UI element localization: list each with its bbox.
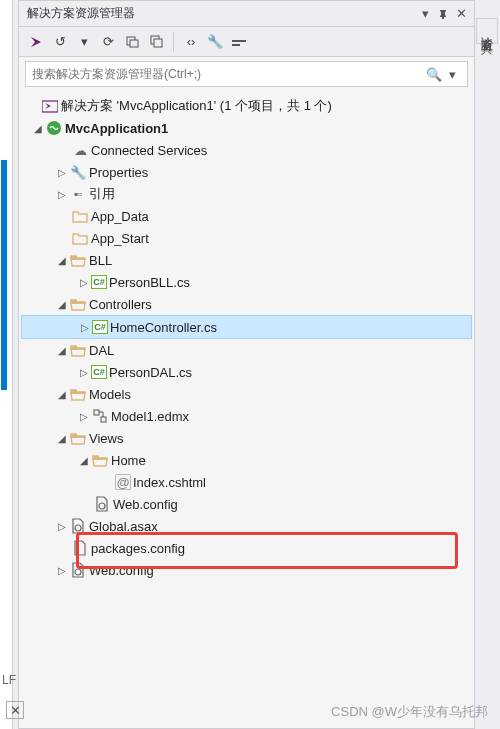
toolbar-separator bbox=[173, 32, 174, 52]
node-label: Controllers bbox=[89, 297, 152, 312]
controllers-folder-node[interactable]: ◢ Controllers bbox=[21, 293, 472, 315]
packages-config-node[interactable]: packages.config bbox=[21, 537, 472, 559]
node-label: DAL bbox=[89, 343, 114, 358]
svg-point-11 bbox=[75, 525, 81, 531]
home-controller-node[interactable]: ▷ C# HomeController.cs bbox=[21, 315, 472, 339]
node-label: BLL bbox=[89, 253, 112, 268]
csharp-icon: C# bbox=[91, 275, 107, 289]
svg-rect-3 bbox=[154, 39, 162, 47]
expander-icon[interactable]: ▷ bbox=[77, 367, 91, 378]
expander-icon[interactable]: ◢ bbox=[55, 345, 69, 356]
code-icon[interactable]: ‹› bbox=[180, 31, 202, 53]
expander-icon[interactable]: ▷ bbox=[55, 521, 69, 532]
folder-open-icon bbox=[69, 251, 87, 269]
connected-services-node[interactable]: ☁ Connected Services bbox=[21, 139, 472, 161]
folder-open-icon bbox=[69, 341, 87, 359]
expander-icon[interactable]: ▷ bbox=[77, 411, 91, 422]
search-icon[interactable]: 🔍 bbox=[425, 67, 443, 82]
cloud-icon: ☁ bbox=[71, 141, 89, 159]
references-node[interactable]: ▷ ▪▫ 引用 bbox=[21, 183, 472, 205]
expander-icon[interactable]: ◢ bbox=[55, 299, 69, 310]
properties-node[interactable]: ▷ 🔧 Properties bbox=[21, 161, 472, 183]
bottom-close-button[interactable]: ✕ bbox=[6, 701, 24, 719]
folder-open-icon bbox=[91, 451, 109, 469]
project-node[interactable]: ◢ MvcApplication1 bbox=[21, 117, 472, 139]
svg-rect-5 bbox=[232, 44, 240, 46]
person-bll-node[interactable]: ▷ C# PersonBLL.cs bbox=[21, 271, 472, 293]
search-input[interactable] bbox=[32, 67, 425, 81]
dropdown-icon[interactable]: ▾ bbox=[73, 31, 95, 53]
folder-icon bbox=[71, 229, 89, 247]
history-icon[interactable]: ↺ bbox=[49, 31, 71, 53]
collapse-icon[interactable] bbox=[145, 31, 167, 53]
node-label: Web.config bbox=[113, 497, 178, 512]
csharp-icon: C# bbox=[92, 320, 108, 334]
node-label: PersonBLL.cs bbox=[109, 275, 190, 290]
close-icon[interactable]: ✕ bbox=[452, 5, 470, 23]
wrench-icon: 🔧 bbox=[69, 163, 87, 181]
expander-icon[interactable]: ▷ bbox=[77, 277, 91, 288]
diagnostics-tab[interactable]: 诊断工具 bbox=[476, 18, 498, 44]
line-ending-label: LF bbox=[0, 671, 18, 689]
svg-rect-9 bbox=[101, 417, 106, 422]
expander-icon[interactable]: ◢ bbox=[31, 123, 45, 134]
expander-icon[interactable]: ▷ bbox=[55, 565, 69, 576]
model1-edmx-node[interactable]: ▷ Model1.edmx bbox=[21, 405, 472, 427]
node-label: 引用 bbox=[89, 185, 115, 203]
search-box[interactable]: 🔍 ▾ bbox=[25, 61, 468, 87]
folder-open-icon bbox=[69, 385, 87, 403]
preview-icon[interactable] bbox=[228, 31, 250, 53]
solution-icon bbox=[41, 97, 59, 115]
search-dropdown-icon[interactable]: ▾ bbox=[443, 67, 461, 82]
sync-icon[interactable]: ⟳ bbox=[97, 31, 119, 53]
views-folder-node[interactable]: ◢ Views bbox=[21, 427, 472, 449]
node-label: App_Start bbox=[91, 231, 149, 246]
window-dropdown-icon[interactable]: ▾ bbox=[416, 5, 434, 23]
person-dal-node[interactable]: ▷ C# PersonDAL.cs bbox=[21, 361, 472, 383]
watermark: CSDN @W少年没有乌托邦 bbox=[331, 703, 488, 721]
folder-icon bbox=[71, 207, 89, 225]
project-label: MvcApplication1 bbox=[65, 121, 168, 136]
node-label: PersonDAL.cs bbox=[109, 365, 192, 380]
index-cshtml-node[interactable]: @ Index.cshtml bbox=[21, 471, 472, 493]
expander-icon[interactable]: ▷ bbox=[55, 167, 69, 178]
expander-icon[interactable]: ▷ bbox=[55, 189, 69, 200]
expander-icon[interactable]: ◢ bbox=[55, 389, 69, 400]
dal-folder-node[interactable]: ◢ DAL bbox=[21, 339, 472, 361]
home-folder-node[interactable]: ◢ Home bbox=[21, 449, 472, 471]
config-icon bbox=[71, 539, 89, 557]
global-asax-node[interactable]: ▷ Global.asax bbox=[21, 515, 472, 537]
expander-icon[interactable]: ◢ bbox=[77, 455, 91, 466]
node-label: Index.cshtml bbox=[133, 475, 206, 490]
solution-tree: 解决方案 'MvcApplication1' (1 个项目，共 1 个) ◢ M… bbox=[19, 91, 474, 593]
cshtml-icon: @ bbox=[115, 474, 131, 490]
models-folder-node[interactable]: ◢ Models bbox=[21, 383, 472, 405]
svg-rect-8 bbox=[94, 410, 99, 415]
config-icon bbox=[69, 561, 87, 579]
bll-folder-node[interactable]: ◢ BLL bbox=[21, 249, 472, 271]
svg-rect-1 bbox=[130, 40, 138, 47]
csharp-icon: C# bbox=[91, 365, 107, 379]
properties-icon[interactable]: 🔧 bbox=[204, 31, 226, 53]
node-label: Global.asax bbox=[89, 519, 158, 534]
pin-icon[interactable] bbox=[434, 5, 452, 23]
config-icon bbox=[93, 495, 111, 513]
webconfig-node[interactable]: ▷ Web.config bbox=[21, 559, 472, 581]
folder-open-icon bbox=[69, 295, 87, 313]
app-start-node[interactable]: App_Start bbox=[21, 227, 472, 249]
stack-icon[interactable] bbox=[121, 31, 143, 53]
node-label: App_Data bbox=[91, 209, 149, 224]
views-webconfig-node[interactable]: Web.config bbox=[21, 493, 472, 515]
node-label: Properties bbox=[89, 165, 148, 180]
left-gutter bbox=[0, 0, 13, 729]
solution-label: 解决方案 'MvcApplication1' (1 个项目，共 1 个) bbox=[61, 97, 332, 115]
solution-node[interactable]: 解决方案 'MvcApplication1' (1 个项目，共 1 个) bbox=[21, 95, 472, 117]
expander-icon[interactable]: ▷ bbox=[78, 322, 92, 333]
node-label: Home bbox=[111, 453, 146, 468]
app-data-node[interactable]: App_Data bbox=[21, 205, 472, 227]
expander-icon[interactable]: ◢ bbox=[55, 255, 69, 266]
expander-icon[interactable]: ◢ bbox=[55, 433, 69, 444]
node-label: HomeController.cs bbox=[110, 320, 217, 335]
home-icon[interactable] bbox=[25, 31, 47, 53]
edmx-icon bbox=[91, 407, 109, 425]
